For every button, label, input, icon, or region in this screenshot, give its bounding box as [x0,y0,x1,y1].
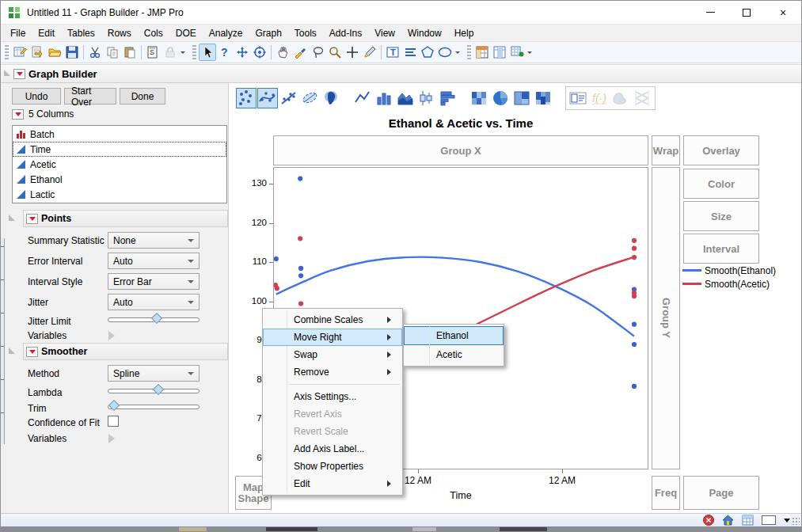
method-select[interactable]: Spline [108,365,200,382]
data-point-acetic[interactable] [632,238,637,243]
menu-item-move-right[interactable]: Move Right [263,329,402,346]
minimize-button[interactable] [692,1,728,24]
toolbar-overflow-icon[interactable] [526,45,534,59]
table-add-icon[interactable] [508,44,526,61]
menu-cols[interactable]: Cols [138,25,169,41]
start-over-button[interactable]: Start Over [64,88,116,104]
group-y-drop-zone[interactable]: Group Y [652,167,680,469]
data-table-icon[interactable] [742,515,754,526]
palette-mosaic-icon[interactable] [533,88,553,108]
group-x-drop-zone[interactable]: Group X [273,135,648,165]
pencil-tool-icon[interactable] [361,44,378,61]
resize-grip[interactable] [792,517,800,525]
overlay-drop-zone[interactable]: Overlay [683,135,759,165]
wrap-drop-zone[interactable]: Wrap [652,135,680,165]
palette-line-icon[interactable] [352,88,373,108]
column-item-ethanol[interactable]: Ethanol [13,172,226,187]
freq-drop-zone[interactable]: Freq [652,476,680,510]
save-file-icon[interactable] [63,44,81,61]
legend-item[interactable]: Smooth(Ethanol) [682,264,776,277]
data-point-acetic[interactable] [632,255,637,260]
submenu-item-acetic[interactable]: Acetic [404,345,504,364]
palette-ellipse-icon[interactable] [300,88,321,108]
menu-item-axis-settings[interactable]: Axis Settings... [263,388,402,405]
palette-histogram-icon[interactable] [438,88,458,108]
interval-drop-zone[interactable]: Interval [683,234,759,264]
smoother-disclosure-icon[interactable] [9,348,15,354]
arrow-tool-icon[interactable] [199,44,216,61]
lasso-tool-icon[interactable] [309,44,326,61]
palette-smoother-icon[interactable] [257,88,278,108]
target-tool-icon[interactable] [251,44,268,61]
trim-slider[interactable] [108,401,200,412]
jitter-select[interactable]: Auto [108,294,200,310]
magnifier-tool-icon[interactable] [326,44,344,61]
open-file-icon[interactable] [46,44,63,61]
palette-contour-icon[interactable] [321,88,342,108]
data-point-acetic[interactable] [298,236,302,241]
data-point-ethanol[interactable] [632,384,637,389]
menu-graph[interactable]: Graph [249,25,287,41]
data-point-ethanol[interactable] [298,266,303,271]
columns-red-triangle-icon[interactable] [12,109,24,120]
polygon-tool-icon[interactable] [419,44,436,61]
journal-page-icon[interactable]: S [144,44,162,61]
points-red-triangle-icon[interactable] [26,214,38,224]
table-columns-icon[interactable] [491,44,508,61]
lambda-slider[interactable] [108,386,200,396]
interval-style-select[interactable]: Error Bar [108,273,200,290]
menu-window[interactable]: Window [401,25,448,41]
text-tool-icon[interactable]: T [384,44,401,61]
points-disclosure-icon[interactable] [9,215,15,221]
jitter-limit-slider[interactable] [108,314,200,325]
menu-help[interactable]: Help [448,25,481,41]
menu-addins[interactable]: Add-Ins [323,25,368,41]
palette-bar-icon[interactable] [374,88,394,108]
close-button[interactable]: × [765,1,801,24]
toolbar-overflow-icon[interactable] [454,45,462,59]
column-item-batch[interactable]: Batch [13,127,226,142]
palette-box-plot-icon[interactable] [416,88,437,108]
smoother-red-triangle-icon[interactable] [26,347,38,357]
error-badge-icon[interactable] [703,515,714,526]
red-triangle-menu-icon[interactable] [13,69,25,79]
data-point-acetic[interactable] [275,286,279,291]
done-button[interactable]: Done [120,88,165,104]
legend-item[interactable]: Smooth(Acetic) [682,277,776,291]
menu-tools[interactable]: Tools [288,25,323,41]
paste-icon[interactable] [121,44,139,61]
menu-item-add-axis-label[interactable]: Add Axis Label... [263,440,402,458]
submenu-item-ethanol[interactable]: Ethanol [404,326,504,345]
menu-tables[interactable]: Tables [61,25,101,41]
table-colored-icon[interactable] [473,44,491,61]
data-point-ethanol[interactable] [298,273,303,278]
data-point-ethanol[interactable] [632,322,637,327]
menu-item-show-properties[interactable]: Show Properties [263,458,402,475]
menu-item-edit[interactable]: Edit [263,475,402,492]
lines-tool-icon[interactable] [401,44,419,61]
data-point-ethanol[interactable] [632,342,637,347]
palette-area-icon[interactable] [395,88,416,108]
size-drop-zone[interactable]: Size [683,201,759,231]
error-interval-select[interactable]: Auto [108,253,200,269]
palette-treemap-icon[interactable] [511,88,532,108]
palette-pie-icon[interactable] [490,88,511,108]
column-item-lactic[interactable]: Lactic [13,187,226,202]
undo-button[interactable]: Undo [12,88,61,104]
data-point-ethanol[interactable] [274,256,279,261]
menu-item-swap[interactable]: Swap [263,346,402,363]
disclosure-open-icon[interactable] [4,70,10,76]
maximize-button[interactable] [728,1,765,24]
data-point-acetic[interactable] [632,246,637,251]
column-item-time[interactable]: Time [13,142,226,157]
menu-item-combine-scales[interactable]: Combine Scales [263,311,402,329]
color-drop-zone[interactable]: Color [683,169,759,199]
column-item-acetic[interactable]: Acetic [13,157,226,172]
smoother-variables-disclosure-icon[interactable] [108,434,115,443]
color-swatch[interactable] [762,515,776,525]
menu-view[interactable]: View [368,25,401,41]
toolbar-overflow-icon[interactable] [179,45,187,59]
palette-heatmap-icon[interactable] [469,88,489,108]
crosshair-tool-icon[interactable] [344,44,361,61]
summary-statistic-select[interactable]: None [108,232,200,249]
